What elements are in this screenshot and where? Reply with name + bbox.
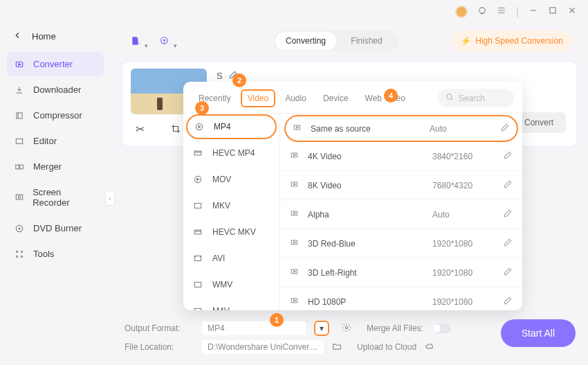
format-search[interactable]: Search [438,89,514,107]
search-placeholder: Search [459,94,485,103]
close-icon[interactable] [567,6,577,18]
tab-converting[interactable]: Converting [275,32,336,50]
sidebar-item-dvd-burner[interactable]: DVD Burner [7,216,104,240]
svg-rect-5 [16,165,19,169]
menu-icon[interactable] [497,6,506,18]
edit-preset-icon[interactable] [503,150,513,162]
format-mp4[interactable]: MP4 [186,114,277,139]
trim-icon[interactable]: ✂ [129,118,150,139]
format-avi[interactable]: AVI [183,245,279,271]
resolution-hd-1080p[interactable]: HD 1080P1920*1080 [280,287,522,310]
video-icon [290,238,300,249]
download-icon [14,85,25,95]
format-wmv[interactable]: WMV [183,271,279,298]
sidebar-label: Merger [33,161,62,172]
video-icon [293,123,302,134]
tab-device[interactable]: Device [316,89,356,107]
edit-preset-icon[interactable] [500,123,510,134]
sidebar-label: Screen Recorder [33,187,97,208]
tab-audio[interactable]: Audio [278,89,313,107]
output-format-dropdown[interactable]: ▾ [314,321,329,336]
svg-rect-4 [16,139,22,143]
edit-preset-icon[interactable] [503,267,513,278]
edit-preset-icon[interactable] [503,296,513,308]
resolution-alpha[interactable]: AlphaAuto [280,200,522,229]
format-hevc-mkv[interactable]: HEVC MKV [183,219,279,245]
high-speed-label: High Speed Conversion [475,36,563,46]
svg-point-8 [18,196,21,199]
merge-label: Merge All Files: [367,323,423,333]
compress-icon [14,111,25,121]
start-all-button[interactable]: Start All [501,319,576,347]
resolution-list[interactable]: Same as sourceAuto 4K Video3840*2160 8K … [280,114,522,310]
res-label: Alpha [308,210,424,220]
hint-badge-1: 1 [270,313,284,327]
resolution-4k[interactable]: 4K Video3840*2160 [280,142,522,171]
chevron-left-icon [12,30,22,42]
output-format-text: MP4 [208,323,225,333]
hint-badge-3: 3 [195,101,209,115]
sidebar-label: Downloader [33,84,81,95]
res-label: 3D Red-Blue [308,239,424,249]
resolution-8k[interactable]: 8K Video7680*4320 [280,171,522,200]
recorder-icon [14,193,24,202]
format-label: M4V [212,306,230,310]
toolbar: +▾ ▾ Converting Finished ⚡High Speed Con… [122,24,577,58]
edit-preset-icon[interactable] [503,208,513,220]
edit-preset-icon[interactable] [503,238,513,249]
svg-point-10 [19,227,20,229]
home-label: Home [32,31,56,42]
resolution-3d-red-blue[interactable]: 3D Red-Blue1920*1080 [280,229,522,258]
converter-icon [14,60,25,69]
tab-finished[interactable]: Finished [336,32,397,50]
svg-rect-26 [194,309,201,311]
sidebar-item-editor[interactable]: Editor [7,129,104,153]
merge-toggle[interactable] [432,323,451,333]
sidebar-item-downloader[interactable]: Downloader [7,78,104,102]
svg-point-12 [21,251,22,252]
svg-point-9 [16,225,22,231]
format-list[interactable]: MP4 HEVC MP4 MOV MKV HEVC MKV AVI WMV M4… [183,114,280,310]
svg-point-18 [447,94,452,99]
output-format-value[interactable]: MP4 [202,321,306,335]
format-mkv[interactable]: MKV [183,193,279,219]
svg-rect-23 [194,230,201,234]
support-icon[interactable] [477,6,487,18]
resolution-3d-left-right[interactable]: 3D Left-Right1920*1080 [280,258,522,287]
maximize-icon[interactable] [548,6,558,18]
format-icon [193,122,205,132]
cloud-icon[interactable] [425,341,434,353]
home-link[interactable]: Home [7,26,104,52]
search-icon [445,92,454,104]
file-location-value[interactable]: D:\Wondershare UniConverter 1 [202,340,324,354]
tools-icon [14,249,25,259]
gear-icon[interactable] [342,323,351,335]
folder-icon[interactable] [332,341,342,353]
sidebar-item-converter[interactable]: Converter [7,52,104,76]
sidebar-item-tools[interactable]: Tools [7,242,104,266]
add-file-button[interactable]: +▾ [126,31,145,51]
resolution-same-as-source[interactable]: Same as sourceAuto [284,115,518,142]
sidebar-label: DVD Burner [33,223,82,233]
format-mov[interactable]: MOV [183,166,279,193]
format-icon [192,227,204,237]
format-hevc-mp4[interactable]: HEVC MP4 [183,140,279,166]
sidebar-item-merger[interactable]: Merger [7,154,104,179]
upload-label: Upload to Cloud [357,342,416,352]
res-dim: 1920*1080 [432,297,495,307]
edit-preset-icon[interactable] [503,179,513,191]
res-label: 8K Video [308,181,424,190]
res-label: HD 1080P [308,297,424,307]
add-dvd-button[interactable]: ▾ [155,31,174,51]
output-format-label: Output Format: [125,323,194,333]
format-m4v[interactable]: M4V [183,298,279,310]
svg-text:+: + [137,41,140,46]
sidebar-item-compressor[interactable]: Compressor [7,103,104,127]
minimize-icon[interactable] [529,6,538,18]
avatar[interactable] [455,6,468,18]
video-icon [290,267,300,278]
sidebar-item-screen-recorder[interactable]: Screen Recorder [7,180,104,215]
divider: | [516,6,519,18]
tab-video[interactable]: Video [241,89,275,107]
high-speed-toggle[interactable]: ⚡High Speed Conversion [451,30,573,51]
